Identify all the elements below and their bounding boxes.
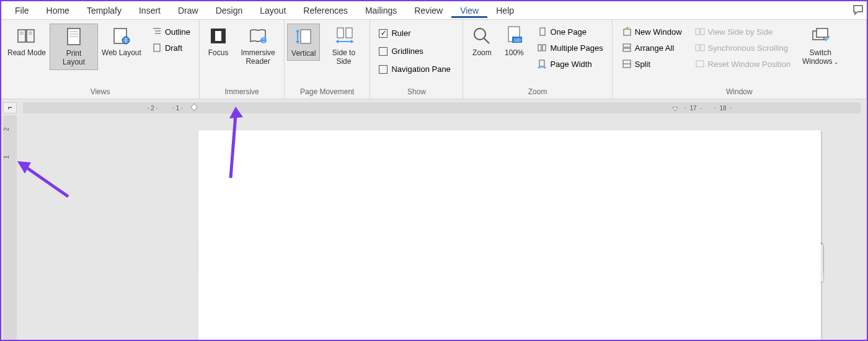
label: Focus — [208, 48, 229, 57]
label: Arrange All — [635, 43, 675, 53]
focus-icon — [208, 26, 228, 46]
svg-rect-43 — [623, 48, 631, 51]
read-mode-button[interactable]: Read Mode — [4, 24, 50, 60]
menu-draw[interactable]: Draw — [169, 3, 207, 18]
one-page-button[interactable]: One Page — [533, 25, 606, 38]
svg-rect-48 — [696, 45, 699, 51]
svg-line-29 — [484, 38, 489, 43]
group-zoom: Zoom 100 100% One Page Multiple Pages Pa… — [463, 20, 612, 99]
menu-help[interactable]: Help — [487, 3, 523, 18]
label: Navigation Pane — [391, 64, 450, 74]
svg-rect-35 — [542, 45, 546, 51]
arrange-all-button[interactable]: Arrange All — [618, 41, 686, 55]
label: Immersive Reader — [238, 48, 278, 66]
reset-window-icon — [694, 58, 706, 69]
svg-marker-54 — [191, 104, 197, 111]
menu-mailings[interactable]: Mailings — [356, 3, 405, 18]
svg-rect-1 — [27, 30, 34, 42]
horizontal-ruler[interactable]: · 2 · · 1 · · 1 ·· 2 ·· 3 ·· 4 ·· 5 ·· 6… — [23, 102, 861, 113]
checkbox-icon: ✓ — [379, 29, 388, 38]
draft-button[interactable]: Draft — [148, 41, 194, 55]
label: Outline — [165, 27, 190, 37]
svg-marker-59 — [17, 161, 31, 174]
arrange-all-icon — [621, 42, 632, 53]
page-width-button[interactable]: Page Width — [533, 57, 606, 71]
group-label: Page Movement — [287, 86, 367, 99]
checkbox-icon — [379, 65, 388, 74]
svg-point-28 — [474, 29, 485, 40]
svg-marker-38 — [538, 66, 539, 69]
label: Zoom — [472, 48, 492, 57]
menu-home[interactable]: Home — [38, 3, 78, 18]
switch-windows-button[interactable]: Switch Windows⌄ — [797, 24, 844, 69]
menu-file[interactable]: File — [6, 3, 38, 18]
view-side-by-side-button: View Side by Side — [691, 25, 795, 38]
immersive-reader-icon — [248, 26, 268, 46]
label: Ruler — [391, 29, 410, 38]
svg-rect-17 — [215, 31, 221, 41]
svg-marker-26 — [335, 40, 339, 43]
group-immersive: Focus Immersive Reader Immersive — [200, 20, 285, 99]
label: Vertical — [291, 49, 316, 58]
new-window-button[interactable]: ✦ New Window — [618, 25, 686, 38]
label: New Window — [635, 27, 682, 37]
outline-button[interactable]: Outline — [148, 25, 194, 38]
svg-rect-50 — [696, 61, 704, 67]
svg-rect-15 — [154, 44, 160, 51]
svg-marker-39 — [544, 66, 546, 69]
document-page[interactable] — [198, 130, 821, 340]
menu-insert[interactable]: Insert — [130, 3, 169, 18]
page-icon — [64, 27, 84, 46]
svg-marker-22 — [296, 41, 299, 44]
focus-button[interactable]: Focus — [202, 24, 234, 60]
zoom-button[interactable]: Zoom — [466, 24, 498, 60]
menu-review[interactable]: Review — [405, 3, 451, 18]
label: Gridlines — [391, 46, 423, 56]
split-button[interactable]: Split — [618, 57, 686, 71]
vertical-ruler[interactable]: 211234 — [3, 115, 17, 340]
menu-design[interactable]: Design — [207, 3, 252, 18]
draft-icon — [151, 42, 162, 53]
menu-templafy[interactable]: Templafy — [78, 3, 130, 18]
label: 100% — [505, 48, 524, 57]
ruler-checkbox[interactable]: ✓ Ruler — [375, 27, 454, 39]
ruler-corner[interactable]: ⌐ — [3, 102, 17, 113]
label: Draft — [165, 43, 182, 53]
multiple-pages-button[interactable]: Multiple Pages — [533, 41, 606, 55]
immersive-reader-button[interactable]: Immersive Reader — [234, 24, 281, 69]
svg-rect-33 — [540, 28, 545, 35]
zoom-100-button[interactable]: 100 100% — [498, 24, 530, 60]
ribbon: Read Mode Print Layout Web Layout Outlin… — [1, 20, 867, 99]
web-layout-button[interactable]: Web Layout — [98, 24, 145, 60]
group-label: Views — [4, 86, 197, 99]
vertical-button[interactable]: Vertical — [287, 24, 320, 61]
svg-rect-19 — [301, 30, 311, 43]
side-to-side-button[interactable]: Side to Side — [320, 24, 367, 69]
page-width-icon — [536, 58, 547, 69]
vertical-scroll-icon — [294, 27, 314, 46]
group-label: Window — [615, 86, 864, 99]
svg-rect-34 — [538, 45, 541, 51]
menu-layout[interactable]: Layout — [251, 3, 294, 18]
reset-window-position-button: Reset Window Position — [691, 57, 795, 71]
gridlines-checkbox[interactable]: Gridlines — [375, 45, 454, 57]
svg-rect-49 — [701, 45, 704, 51]
label: Print Layout — [54, 49, 94, 67]
navigation-pane-checkbox[interactable]: Navigation Pane — [375, 63, 454, 75]
label: Multiple Pages — [550, 43, 603, 53]
sync-scroll-icon — [694, 42, 706, 53]
print-layout-button[interactable]: Print Layout — [50, 24, 98, 70]
group-views: Read Mode Print Layout Web Layout Outlin… — [1, 20, 200, 99]
magnifier-icon — [472, 26, 492, 46]
label: Reset Window Position — [708, 60, 791, 69]
group-window: ✦ New Window Arrange All Split View Side… — [613, 20, 867, 99]
svg-rect-23 — [337, 28, 343, 38]
multiple-pages-icon — [536, 42, 547, 53]
ruler-area: ⌐ · 2 · · 1 · · 1 ·· 2 ·· 3 ·· 4 ·· 5 ··… — [1, 100, 867, 113]
menubar: FileHomeTemplafyInsertDrawDesignLayoutRe… — [1, 1, 867, 20]
menu-view[interactable]: View — [451, 3, 487, 18]
menu-references[interactable]: References — [294, 3, 356, 18]
checkbox-icon — [379, 47, 388, 56]
svg-marker-27 — [351, 40, 353, 43]
comments-icon[interactable] — [852, 4, 864, 16]
